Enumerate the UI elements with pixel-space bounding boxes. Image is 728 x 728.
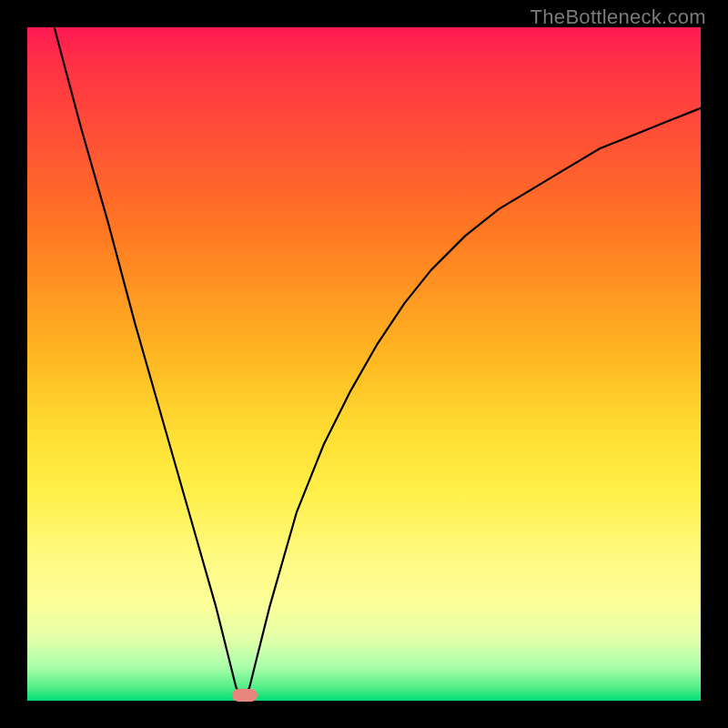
watermark-text: TheBottleneck.com xyxy=(531,5,706,29)
chart-plot-area xyxy=(27,27,701,701)
minimum-marker xyxy=(232,689,258,702)
bottleneck-curve xyxy=(27,27,701,701)
